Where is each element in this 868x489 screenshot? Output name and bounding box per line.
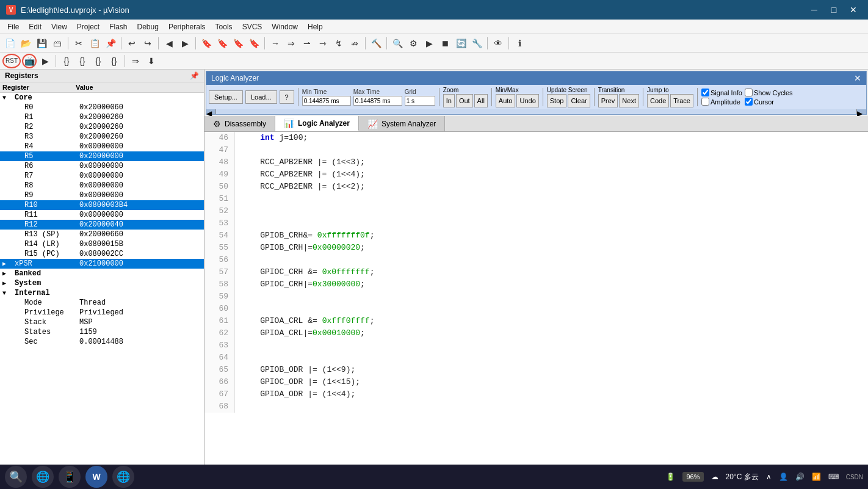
reg-r15[interactable]: R15 (PC) 0x080002CC [0,249,204,259]
reg-r7[interactable]: R7 0x00000000 [0,171,204,181]
la-trace-btn[interactable]: Trace [670,94,693,107]
la-clear-btn[interactable]: Clear [568,94,590,107]
brace2-btn[interactable]: {} [75,54,90,68]
reg-r1[interactable]: R1 0x20000260 [0,112,204,122]
run-btn[interactable]: ▶ [422,36,436,51]
rst-btn[interactable]: RST [2,54,21,68]
tab-disassembly[interactable]: ⚙ Disassembly [204,116,275,131]
copy-btn[interactable]: 📋 [87,36,102,51]
reg-r2[interactable]: R2 0x20000260 [0,122,204,132]
reg-r8[interactable]: R8 0x00000000 [0,181,204,190]
config-btn[interactable]: 🔧 [469,36,484,51]
reg-r5[interactable]: R5 0x20000000 [0,151,204,161]
amplitude-checkbox[interactable] [701,98,709,106]
step-btn[interactable]: → [268,36,283,51]
brace1-btn[interactable]: {} [59,54,74,68]
la-right-arrow[interactable]: ▶ [856,109,866,114]
reg-r0[interactable]: R0 0x20000060 [0,103,204,112]
la-signal-info-check[interactable]: Signal Info [701,89,742,96]
la-zoom-out-btn[interactable]: Out [456,94,473,107]
la-left-arrow[interactable]: ◀ [206,109,216,114]
reg-r4[interactable]: R4 0x00000000 [0,142,204,151]
bookmark-btn[interactable]: 🔖 [199,36,214,51]
taskbar-search-btn[interactable]: 🔍 [5,466,27,488]
paste-btn[interactable]: 📌 [103,36,118,51]
debug-run-btn[interactable]: ▶ [38,54,52,68]
la-stop-btn[interactable]: Stop [547,94,567,107]
la-setup-btn[interactable]: Setup... [209,90,243,104]
bookmark4-btn[interactable]: 🔖 [247,36,261,51]
reg-privilege[interactable]: Privilege Privileged [0,308,204,317]
reg-xpsr[interactable]: ▶ xPSR 0x21000000 [0,259,204,269]
taskbar-phone-btn[interactable]: 📱 [59,466,81,488]
bookmark3-btn[interactable]: 🔖 [231,36,245,51]
la-close-button[interactable]: ✕ [854,73,861,83]
show-cycles-checkbox[interactable] [745,89,753,96]
reset-btn[interactable]: 🔄 [454,36,468,51]
step2-btn[interactable]: ⇒ [284,36,298,51]
minimize-button[interactable]: ─ [806,4,823,16]
taskbar-browser-btn[interactable]: 🌐 [112,466,134,488]
maximize-button[interactable]: □ [825,4,842,16]
view-btn[interactable]: 👁 [491,36,505,51]
taskbar-edge-btn[interactable]: 🌐 [32,466,54,488]
undo-btn[interactable]: ↩ [125,36,139,51]
save-all-btn[interactable]: 🗃 [50,36,65,51]
reg-r9[interactable]: R9 0x00000000 [0,190,204,200]
save-btn[interactable]: 💾 [34,36,49,51]
arrow-btn[interactable]: ⇒ [128,54,143,68]
volume-icon[interactable]: 🔊 [795,473,805,481]
la-auto-btn[interactable]: Auto [496,94,516,107]
redo-btn[interactable]: ↪ [140,36,155,51]
menu-tools[interactable]: Tools [211,21,237,32]
reg-sec[interactable]: Sec 0.00014488 [0,337,204,347]
la-show-cycles-check[interactable]: Show Cycles [745,89,793,96]
signal-info-checkbox[interactable] [701,89,709,96]
la-amplitude-check[interactable]: Amplitude [701,98,742,106]
la-help-btn[interactable]: ? [280,90,294,104]
info-btn[interactable]: ℹ [512,36,527,51]
menu-project[interactable]: Project [72,21,104,32]
brace4-btn[interactable]: {} [107,54,121,68]
expand-banked[interactable]: ▶ [2,270,12,277]
la-zoom-in-btn[interactable]: In [443,94,455,107]
reg-r10[interactable]: R10 0x0800003B4 [0,200,204,210]
cursor-checkbox[interactable] [745,98,753,106]
expand-xpsr[interactable]: ▶ [2,260,12,267]
expand-internal[interactable]: ▼ [2,290,12,297]
search-btn[interactable]: 🔍 [390,36,405,51]
la-cursor-check[interactable]: Cursor [745,98,793,106]
close-button[interactable]: ✕ [845,4,862,16]
la-grid-input[interactable] [405,96,435,106]
step4-btn[interactable]: ⇾ [316,36,330,51]
menu-help[interactable]: Help [303,21,328,32]
reg-r14[interactable]: R14 (LR) 0x0800015B [0,239,204,249]
la-zoom-all-btn[interactable]: All [474,94,488,107]
step3-btn[interactable]: ⇀ [300,36,314,51]
reg-states[interactable]: States 1159 [0,327,204,337]
tab-logic-analyzer[interactable]: 📊 Logic Analyzer [275,116,359,131]
chevron-up-icon[interactable]: ∧ [766,473,772,481]
build-btn[interactable]: 🔨 [369,36,383,51]
settings-btn[interactable]: ⚙ [406,36,421,51]
la-undo-btn[interactable]: Undo [516,94,538,107]
menu-peripherals[interactable]: Peripherals [164,21,211,32]
nav-back-btn[interactable]: ◀ [162,36,176,51]
reg-r3[interactable]: R3 0x20000260 [0,132,204,142]
menu-view[interactable]: View [46,21,72,32]
menu-debug[interactable]: Debug [132,21,164,32]
menu-window[interactable]: Window [267,21,303,32]
debug-view-btn[interactable]: 📺 [22,54,37,68]
open-btn[interactable]: 📂 [18,36,33,51]
menu-svcs[interactable]: SVCS [237,21,267,32]
la-code-btn[interactable]: Code [647,94,669,107]
cut-btn[interactable]: ✂ [71,36,86,51]
step-into-btn[interactable]: ⬇ [144,54,159,68]
la-next-btn[interactable]: Next [619,94,639,107]
la-min-time-input[interactable] [302,96,351,106]
bookmark2-btn[interactable]: 🔖 [215,36,230,51]
reg-mode[interactable]: Mode Thread [0,298,204,308]
nav-fwd-btn[interactable]: ▶ [178,36,192,51]
menu-edit[interactable]: Edit [24,21,46,32]
reg-r11[interactable]: R11 0x00000000 [0,210,204,220]
